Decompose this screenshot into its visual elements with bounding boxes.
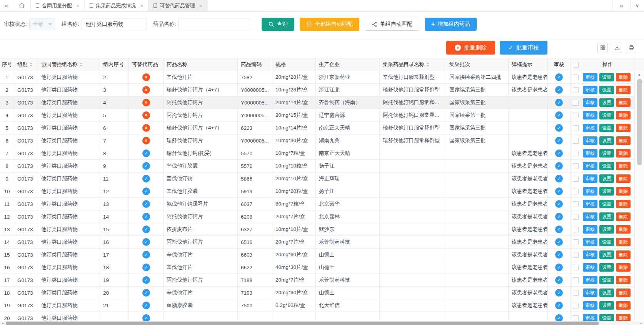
- row-setting-button[interactable]: 设置: [599, 263, 614, 272]
- row-review-button[interactable]: 审核: [583, 314, 597, 321]
- row-delete-button[interactable]: 删除: [616, 149, 631, 158]
- row-delete-button[interactable]: 删除: [616, 111, 631, 119]
- row-setting-button[interactable]: 设置: [599, 98, 614, 107]
- row-setting-button[interactable]: 设置: [599, 187, 614, 196]
- row-setting-button[interactable]: 设置: [599, 238, 614, 246]
- row-review-button[interactable]: 审核: [583, 301, 597, 310]
- row-checkbox[interactable]: [573, 265, 579, 270]
- tab-menu-chevron-down-icon[interactable]: ∨: [630, 0, 644, 11]
- status-select[interactable]: 全部: [29, 18, 55, 30]
- scroll-up-icon[interactable]: ▲: [635, 71, 644, 78]
- row-review-button[interactable]: 审核: [583, 263, 597, 272]
- row-setting-button[interactable]: 设置: [599, 174, 614, 183]
- row-setting-button[interactable]: 设置: [599, 289, 614, 297]
- row-checkbox[interactable]: [573, 252, 579, 258]
- row-review-button[interactable]: 审核: [583, 124, 597, 132]
- row-checkbox[interactable]: [573, 151, 579, 156]
- close-icon[interactable]: ×: [140, 3, 143, 9]
- row-delete-button[interactable]: 删除: [616, 73, 631, 81]
- column-header-group_name[interactable]: 协同管控组名称: [38, 58, 100, 71]
- row-delete-button[interactable]: 删除: [616, 301, 631, 310]
- row-setting-button[interactable]: 设置: [599, 212, 614, 221]
- vertical-scrollbar[interactable]: ▲: [634, 71, 644, 321]
- auto-match-all-groups-button[interactable]: 全部组自动匹配: [300, 18, 359, 31]
- column-settings-button[interactable]: [597, 43, 608, 53]
- row-checkbox[interactable]: [573, 113, 579, 118]
- row-review-button[interactable]: 审核: [583, 276, 597, 284]
- column-header-catalog_name[interactable]: 集采药品目录名称: [380, 58, 446, 71]
- row-review-button[interactable]: 审核: [583, 250, 597, 259]
- sort-icon[interactable]: [30, 61, 33, 68]
- batch-delete-button[interactable]: × 批量删除: [446, 41, 495, 55]
- row-delete-button[interactable]: 删除: [616, 238, 631, 246]
- row-checkbox[interactable]: [573, 100, 579, 106]
- row-setting-button[interactable]: 设置: [599, 124, 614, 132]
- scroll-right-icon[interactable]: ▸: [639, 321, 644, 325]
- row-delete-button[interactable]: 删除: [616, 162, 631, 170]
- search-button[interactable]: 查询: [262, 18, 294, 31]
- row-delete-button[interactable]: 删除: [616, 174, 631, 183]
- row-delete-button[interactable]: 删除: [616, 200, 631, 208]
- row-delete-button[interactable]: 删除: [616, 250, 631, 259]
- row-checkbox[interactable]: [573, 227, 579, 232]
- print-button[interactable]: [626, 43, 636, 53]
- close-icon[interactable]: ×: [76, 3, 79, 9]
- row-checkbox[interactable]: [573, 277, 579, 283]
- row-checkbox[interactable]: [573, 138, 579, 144]
- row-delete-button[interactable]: 删除: [616, 136, 631, 145]
- row-review-button[interactable]: 审核: [583, 111, 597, 119]
- row-delete-button[interactable]: 删除: [616, 314, 631, 321]
- scroll-left-icon[interactable]: ◂: [0, 321, 5, 325]
- row-delete-button[interactable]: 删除: [616, 289, 631, 297]
- row-review-button[interactable]: 审核: [583, 149, 597, 158]
- row-setting-button[interactable]: 设置: [599, 225, 614, 234]
- row-checkbox[interactable]: [573, 201, 579, 207]
- group-name-input[interactable]: [82, 18, 147, 30]
- row-setting-button[interactable]: 设置: [599, 314, 614, 321]
- horizontal-scrollbar[interactable]: ◂ ▸: [0, 321, 644, 325]
- row-checkbox[interactable]: [573, 87, 579, 93]
- row-checkbox[interactable]: [573, 176, 579, 182]
- row-delete-button[interactable]: 删除: [616, 276, 631, 284]
- row-delete-button[interactable]: 删除: [616, 98, 631, 107]
- row-review-button[interactable]: 审核: [583, 187, 597, 196]
- row-checkbox[interactable]: [573, 75, 579, 80]
- vertical-scrollbar-thumb[interactable]: [637, 79, 642, 165]
- close-icon[interactable]: ×: [199, 3, 202, 9]
- row-checkbox[interactable]: [573, 214, 579, 220]
- row-review-button[interactable]: 审核: [583, 98, 597, 107]
- row-checkbox[interactable]: [573, 125, 579, 131]
- row-setting-button[interactable]: 设置: [599, 162, 614, 170]
- sort-icon[interactable]: [426, 61, 429, 68]
- auto-match-single-group-button[interactable]: 单组自动匹配: [365, 18, 419, 31]
- row-setting-button[interactable]: 设置: [599, 136, 614, 145]
- row-checkbox[interactable]: [573, 290, 579, 296]
- column-header-group_code[interactable]: 组别: [14, 58, 38, 71]
- row-setting-button[interactable]: 设置: [599, 301, 614, 310]
- tab-contract-usage[interactable]: 合同用量分配 ×: [31, 0, 85, 11]
- row-review-button[interactable]: 审核: [583, 162, 597, 170]
- more-tabs-icon[interactable]: »: [612, 0, 630, 11]
- horizontal-scrollbar-thumb[interactable]: [6, 322, 599, 325]
- add-group-drug-button[interactable]: + 增加组内药品: [425, 18, 477, 31]
- row-setting-button[interactable]: 设置: [599, 200, 614, 208]
- row-review-button[interactable]: 审核: [583, 73, 597, 81]
- row-review-button[interactable]: 审核: [583, 136, 597, 145]
- row-setting-button[interactable]: 设置: [599, 149, 614, 158]
- row-delete-button[interactable]: 删除: [616, 212, 631, 221]
- batch-review-button[interactable]: ✓ 批量审核: [500, 41, 547, 55]
- row-setting-button[interactable]: 设置: [599, 86, 614, 94]
- tab-procurement-progress[interactable]: 集采药品完成情况 ×: [85, 0, 148, 11]
- row-delete-button[interactable]: 删除: [616, 225, 631, 234]
- sort-icon[interactable]: [80, 61, 83, 68]
- row-review-button[interactable]: 审核: [583, 225, 597, 234]
- row-review-button[interactable]: 审核: [583, 212, 597, 221]
- row-checkbox[interactable]: [573, 303, 579, 308]
- collapse-tabs-icon[interactable]: «: [0, 0, 13, 11]
- row-review-button[interactable]: 审核: [583, 238, 597, 246]
- row-review-button[interactable]: 审核: [583, 86, 597, 94]
- row-setting-button[interactable]: 设置: [599, 276, 614, 284]
- row-delete-button[interactable]: 删除: [616, 124, 631, 132]
- row-checkbox[interactable]: [573, 163, 579, 169]
- row-review-button[interactable]: 审核: [583, 289, 597, 297]
